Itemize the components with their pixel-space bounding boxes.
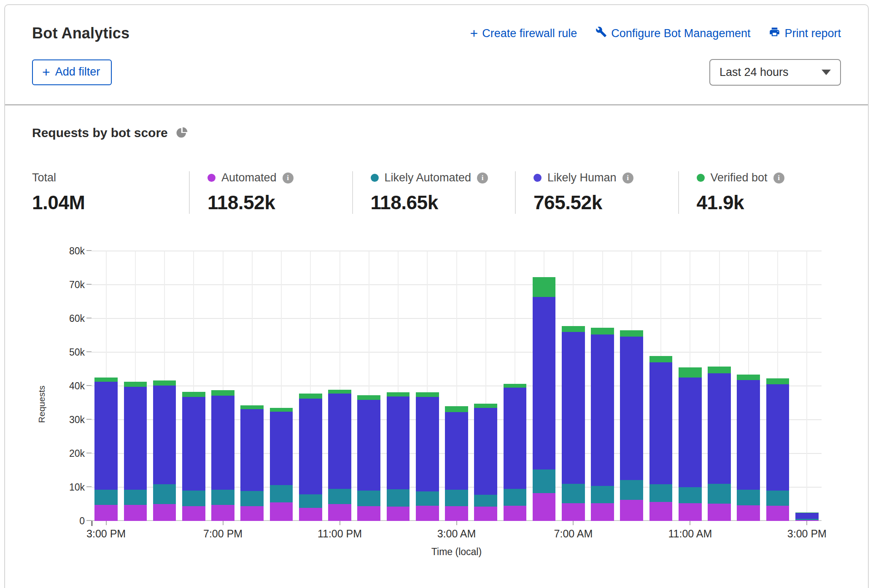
bar-segment-likely-automated bbox=[182, 491, 205, 506]
bar-segment-likely-human bbox=[620, 337, 643, 480]
bar-segment-likely-human bbox=[766, 384, 789, 491]
bar-segment-verified-bot bbox=[737, 375, 760, 380]
add-filter-button[interactable]: + Add filter bbox=[32, 59, 112, 85]
bar-column bbox=[763, 251, 792, 521]
stat-label: Automated bbox=[221, 171, 277, 184]
bar-segment-verified-bot bbox=[94, 378, 118, 382]
bar-segment-likely-human bbox=[387, 396, 410, 489]
info-icon[interactable]: i bbox=[773, 173, 784, 183]
bar-segment-likely-human bbox=[474, 408, 497, 495]
bar-segment-likely-automated bbox=[562, 484, 585, 503]
bar-segment-verified-bot bbox=[416, 392, 439, 397]
stacked-bar bbox=[270, 408, 293, 521]
y-tick-label: 10k bbox=[69, 482, 85, 493]
info-icon[interactable]: i bbox=[622, 173, 633, 183]
y-axis-title: Requests bbox=[32, 251, 51, 558]
requests-section: Requests by bot score Total 1.04M Automa… bbox=[5, 105, 868, 558]
y-tick-label: 70k bbox=[69, 279, 85, 291]
pie-chart-icon bbox=[175, 127, 188, 139]
chevron-down-icon bbox=[822, 70, 831, 75]
bar-segment-likely-automated bbox=[445, 490, 468, 506]
bar-segment-likely-human bbox=[416, 397, 439, 491]
stacked-bar bbox=[737, 375, 760, 521]
header-actions: + Create firewall rule Configure Bot Man… bbox=[470, 26, 841, 40]
bar-segment-automated bbox=[387, 507, 410, 521]
x-tick-label: 3:00 PM bbox=[787, 528, 827, 540]
bar-segment-likely-automated bbox=[270, 485, 293, 502]
likely-automated-legend-dot bbox=[371, 174, 379, 182]
stacked-bar bbox=[211, 390, 234, 521]
bar-segment-likely-automated bbox=[649, 484, 673, 502]
bar-segment-automated bbox=[357, 506, 380, 521]
stacked-bar bbox=[124, 382, 147, 521]
bar-segment-verified-bot bbox=[387, 392, 410, 396]
stacked-bar bbox=[504, 384, 527, 521]
bar-segment-likely-automated bbox=[679, 487, 702, 503]
bar-segment-likely-human bbox=[240, 409, 264, 491]
bar-segment-verified-bot bbox=[182, 392, 205, 397]
x-axis-tick-mark bbox=[223, 521, 224, 525]
bar-segment-verified-bot bbox=[211, 390, 234, 396]
y-axis-tick-mark bbox=[86, 419, 92, 420]
bar-segment-verified-bot bbox=[562, 326, 585, 332]
bar-segment-automated bbox=[182, 506, 205, 521]
page-title: Bot Analytics bbox=[32, 24, 129, 42]
plus-icon: + bbox=[42, 68, 50, 76]
x-axis-origin-tick bbox=[92, 521, 92, 526]
bar-columns bbox=[92, 251, 822, 521]
bar-segment-likely-automated bbox=[620, 480, 643, 500]
create-firewall-rule-link[interactable]: + Create firewall rule bbox=[470, 27, 577, 40]
automated-legend-dot bbox=[207, 174, 216, 182]
bar-segment-verified-bot bbox=[445, 406, 468, 412]
stacked-bar bbox=[357, 395, 380, 521]
time-range-value: Last 24 hours bbox=[719, 66, 789, 79]
bar-segment-likely-human bbox=[94, 382, 118, 490]
bar-column bbox=[354, 251, 383, 521]
bar-segment-automated bbox=[211, 505, 234, 521]
requests-bar-chart: Requests 010k20k30k40k50k60k70k80k 3:00 … bbox=[32, 251, 841, 558]
bar-column bbox=[500, 251, 529, 521]
bar-column bbox=[559, 251, 588, 521]
stat-label: Verified bot bbox=[711, 171, 768, 184]
info-icon[interactable]: i bbox=[477, 173, 488, 183]
info-icon[interactable]: i bbox=[283, 173, 294, 183]
y-axis-tick-mark bbox=[86, 318, 92, 318]
bar-segment-automated bbox=[124, 505, 147, 521]
bar-column bbox=[121, 251, 150, 521]
bar-segment-likely-automated bbox=[299, 494, 322, 508]
bar-segment-verified-bot bbox=[533, 277, 556, 297]
y-axis-tick-mark bbox=[86, 250, 92, 251]
x-axis-tick-mark bbox=[806, 521, 807, 525]
stat-likely-human: Likely Human i 765.52k bbox=[515, 171, 678, 214]
stacked-bar bbox=[474, 404, 497, 521]
stat-total: Total 1.04M bbox=[32, 171, 189, 214]
stat-label: Total bbox=[32, 171, 56, 184]
time-range-dropdown[interactable]: Last 24 hours bbox=[709, 59, 841, 86]
bar-segment-verified-bot bbox=[474, 404, 497, 408]
printer-icon bbox=[769, 26, 780, 40]
bar-segment-likely-human bbox=[270, 412, 293, 485]
bar-segment-automated bbox=[504, 506, 527, 521]
bar-column bbox=[92, 251, 121, 521]
bar-segment-verified-bot bbox=[357, 395, 380, 399]
card-header: Bot Analytics + Create firewall rule Con… bbox=[5, 5, 868, 104]
stat-value: 1.04M bbox=[32, 191, 189, 214]
bar-segment-likely-automated bbox=[416, 491, 439, 506]
x-tick-label: 7:00 AM bbox=[554, 528, 593, 540]
print-report-link[interactable]: Print report bbox=[769, 26, 841, 40]
x-axis-tick-mark bbox=[340, 521, 340, 525]
stacked-bar bbox=[679, 367, 702, 521]
stat-likely-automated: Likely Automated i 118.65k bbox=[352, 171, 515, 214]
x-tick-label: 11:00 AM bbox=[668, 528, 712, 540]
configure-bot-management-link[interactable]: Configure Bot Management bbox=[595, 26, 750, 40]
bar-segment-likely-human bbox=[795, 513, 819, 519]
bar-segment-likely-human bbox=[708, 373, 731, 484]
bar-segment-likely-human bbox=[328, 394, 351, 489]
y-axis-tick-mark bbox=[86, 520, 92, 521]
bar-segment-likely-human bbox=[649, 362, 673, 484]
stacked-bar bbox=[649, 356, 673, 521]
bar-segment-likely-automated bbox=[240, 491, 264, 506]
bar-segment-likely-human bbox=[211, 396, 234, 489]
bar-segment-likely-automated bbox=[474, 495, 497, 506]
bar-segment-verified-bot bbox=[679, 367, 702, 378]
